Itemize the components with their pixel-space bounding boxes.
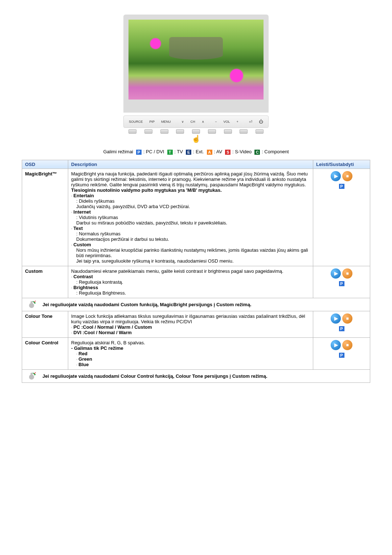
hw-button[interactable] [192, 129, 200, 134]
monitor-illustration: SAMSUNG SOURCE PIP MENU ∨ CH ∧ − VOL + [22, 15, 370, 143]
custom-name: Custom [22, 266, 68, 298]
note-row-1: ✔ Jei reguliuojate vaizdą naudodami Cust… [22, 298, 370, 311]
mode-desc-e: : Ext. [193, 149, 204, 154]
hw-button[interactable] [256, 129, 264, 134]
hw-button[interactable] [240, 129, 248, 134]
header-play: Leisti/Sustabdyti [313, 160, 370, 169]
hw-button[interactable] [144, 129, 152, 134]
entertain-line1: : Didelis ryškumas [76, 198, 310, 204]
note-icon: ✔ [27, 372, 36, 381]
custom-media-cell: P [313, 266, 370, 298]
svg-point-0 [29, 303, 34, 308]
entertain-heading: Entertain [71, 193, 94, 198]
row-colour-control: Colour Control Reguliuoja atskirai R, G,… [22, 337, 370, 369]
header-osd: OSD [22, 160, 68, 169]
internet-line2: Darbui su mišraus pobūdžio vaizdais, pav… [76, 220, 310, 226]
brightness-line1: : Reguliuoja Brightness. [76, 290, 310, 296]
source-button-label[interactable]: SOURCE [129, 120, 143, 123]
svg-text:✔: ✔ [34, 300, 36, 303]
stop-icon[interactable] [342, 268, 352, 279]
brightness-heading: Brightness [71, 285, 98, 290]
custom-intro: Naudodamiesi ekrane pateikiamais meniu, … [71, 268, 283, 274]
mode-badge-t: T [167, 150, 173, 155]
hw-button[interactable] [128, 129, 136, 134]
colourcontrol-green: Green [76, 356, 310, 362]
internet-line1: : Vidutinis ryškumas [76, 215, 310, 220]
contrast-heading: Contrast [71, 274, 93, 279]
mode-badge-p: P [339, 281, 344, 286]
hw-button[interactable] [176, 129, 184, 134]
enter-icon[interactable] [249, 119, 252, 124]
osd-table: OSD Description Leisti/Sustabdyti MagicB… [22, 160, 370, 383]
entertain-line2: Judančių vaizdų, pavyzdžiui, DVD arba VC… [76, 204, 310, 209]
table-header-row: OSD Description Leisti/Sustabdyti [22, 160, 370, 169]
magicbright-description: MagicBright yra nauja funkcija, padedant… [68, 169, 313, 266]
modes-label: Galimi režimai [103, 149, 133, 154]
hw-button[interactable] [208, 129, 216, 134]
mode-desc-s: : S-Video [232, 149, 252, 154]
colourcontrol-red: Red [76, 351, 310, 356]
note1-text: Jei reguliuojate vaizdą naudodami Custom… [42, 302, 252, 307]
colourcontrol-media-cell: P [313, 337, 370, 369]
vol-plus-label[interactable]: + [236, 120, 238, 123]
mode-desc-p: : PC / DVI [143, 149, 164, 154]
note2-text: Jei reguliuojate vaizdą naudodami Colour… [42, 373, 268, 379]
colourcontrol-name: Colour Control [22, 337, 68, 369]
play-icon[interactable] [331, 268, 341, 279]
ch-down-label[interactable]: ∨ [181, 120, 184, 123]
ch-label: CH [191, 120, 195, 123]
svg-point-3 [29, 374, 34, 380]
note-icon: ✔ [27, 300, 36, 309]
svg-point-1 [30, 301, 33, 303]
custom-line2: Jei taip yra, sureguliuokite ryškumą ir … [76, 258, 310, 264]
mode-desc-a: : AV [214, 149, 222, 154]
colourtone-media-cell: P [313, 311, 370, 337]
contrast-line1: : Reguliuoja kontrastą. [76, 279, 310, 285]
modes-legend: Galimi režimai P : PC / DVI T : TV E : E… [22, 149, 370, 155]
hw-button[interactable] [224, 129, 232, 134]
colourtone-name: Colour Tone [22, 311, 68, 337]
pip-button-label[interactable]: PIP [150, 120, 155, 123]
magicbright-intro: MagicBright yra nauja funkcija, padedant… [71, 171, 308, 187]
menu-button-label[interactable]: MENU [161, 120, 171, 123]
physical-buttons-row [123, 128, 269, 134]
colourcontrol-description: Reguliuoja atskirai R, G, B spalvas. - G… [68, 337, 313, 369]
magicbright-name: MagicBright™ [22, 169, 68, 266]
hw-button[interactable] [160, 129, 168, 134]
colourcontrol-blue: Blue [76, 362, 310, 367]
mode-badge-p: P [136, 150, 142, 155]
mode-desc-c: : Component [262, 149, 289, 154]
mode-badge-s: S [225, 150, 230, 155]
brand-label: SAMSUNG [128, 105, 264, 109]
colourtone-dvi: DVI :Cool / Normal / Warm [71, 330, 132, 335]
text-line2: Dokumentacijos peržiūrai ir darbui su te… [76, 236, 310, 242]
monitor-button-bar: SOURCE PIP MENU ∨ CH ∧ − VOL + [123, 116, 269, 128]
colourcontrol-sub: - Galimas tik PC režime [71, 345, 123, 351]
vol-label: VOL [223, 120, 230, 123]
stop-icon[interactable] [342, 340, 352, 350]
stop-icon[interactable] [342, 313, 352, 324]
monitor-screen: SAMSUNG [123, 15, 269, 113]
mode-badge-p: P [339, 184, 344, 189]
play-icon[interactable] [331, 171, 341, 181]
mode-badge-e: E [186, 150, 191, 155]
row-colour-tone: Colour Tone Image Lock funkcija atliekam… [22, 311, 370, 337]
stop-icon[interactable] [342, 171, 352, 181]
hand-pointer-icon: ☝ [123, 134, 269, 143]
mode-desc-t: : TV [174, 149, 183, 154]
play-icon[interactable] [331, 340, 341, 350]
internet-heading: Internet [71, 209, 91, 215]
header-description: Description [68, 160, 313, 169]
mode-badge-p: P [339, 326, 344, 331]
text-line1: : Normalus ryškumas [76, 231, 310, 236]
ch-up-label[interactable]: ∧ [202, 120, 204, 123]
vol-minus-label[interactable]: − [215, 120, 217, 123]
colourtone-pc: PC :Cool / Normal / Warm / Custom [71, 324, 152, 330]
play-icon[interactable] [331, 313, 341, 324]
custom-line1: Nors mūsų inžinieriai kruopščiai parinko… [76, 247, 310, 258]
mode-badge-c: C [254, 150, 260, 155]
row-magicbright: MagicBright™ MagicBright yra nauja funkc… [22, 169, 370, 266]
custom-description: Naudodamiesi ekrane pateikiamais meniu, … [68, 266, 313, 298]
svg-text:✔: ✔ [34, 372, 36, 375]
power-icon[interactable] [259, 119, 263, 124]
